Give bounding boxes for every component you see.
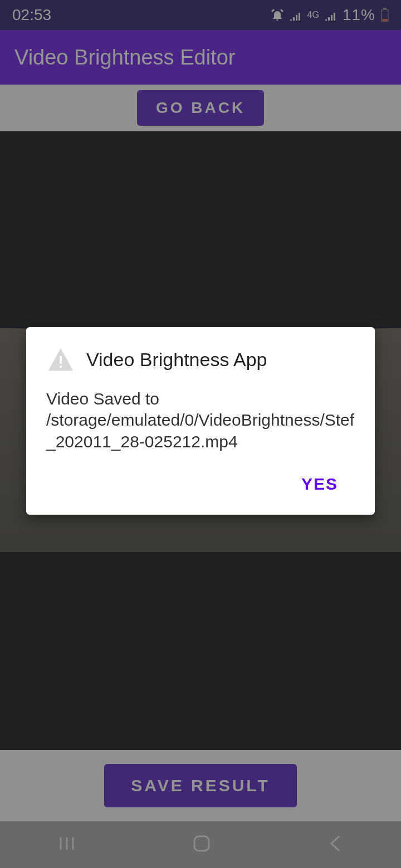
screen: 02:53 4G 11% Video Brightness Editor GO …: [0, 0, 401, 868]
svg-rect-7: [60, 356, 62, 364]
dialog-title: Video Brightness App: [86, 349, 267, 371]
dialog-header: Video Brightness App: [46, 345, 355, 374]
warning-icon: [46, 345, 75, 374]
dialog-actions: YES: [46, 468, 355, 504]
yes-button[interactable]: YES: [291, 468, 348, 500]
svg-rect-8: [60, 366, 62, 368]
dialog-message: Video Saved to /storage/emulated/0/Video…: [46, 388, 355, 452]
alert-dialog: Video Brightness App Video Saved to /sto…: [26, 327, 375, 515]
